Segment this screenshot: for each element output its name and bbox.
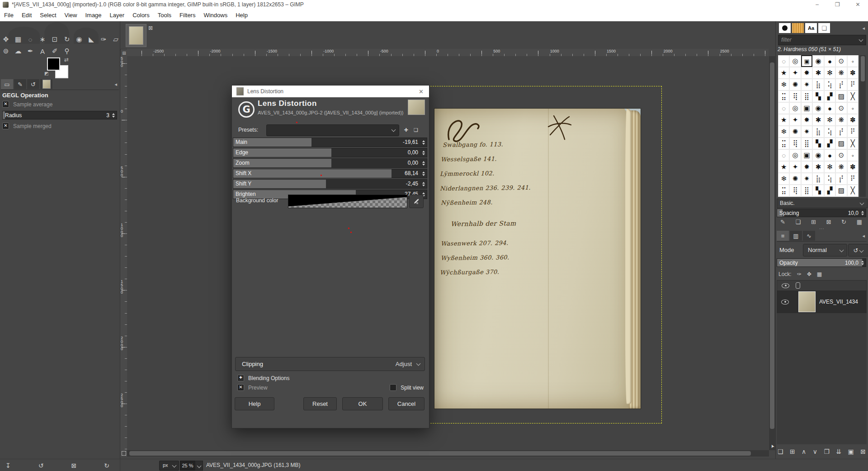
brush-cell[interactable]: ⣿ (801, 138, 812, 149)
menu-colors[interactable]: Colors (128, 9, 154, 21)
brush-scrollbar-thumb[interactable] (861, 56, 865, 81)
smudge-tool[interactable]: ☁ (14, 47, 23, 56)
brush-cell[interactable]: ▨ (835, 185, 847, 196)
shift-y-slider[interactable]: Shift Y-2,45 (233, 179, 427, 189)
brush-cell[interactable]: ✺ (789, 79, 801, 90)
brush-cell[interactable]: ⣭ (778, 138, 789, 149)
spacing-spinner[interactable] (859, 209, 865, 217)
brush-cell[interactable]: ⊙ (835, 55, 847, 67)
brush-cell[interactable]: ⢵ (824, 79, 835, 90)
dialog-titlebar[interactable]: Lens Distortion ✕ (232, 86, 429, 97)
brush-cell[interactable]: ◌ (778, 102, 789, 114)
restore-button[interactable]: ❐ (827, 0, 848, 9)
brush-cell[interactable]: ✦ (789, 114, 801, 126)
edge-spinner[interactable] (420, 148, 426, 157)
eraser-tool[interactable]: ▱ (111, 35, 120, 44)
brush-cell[interactable]: ⡞ (835, 79, 847, 90)
new-layer-icon[interactable]: ❏ (778, 448, 783, 455)
brush-cell[interactable]: ⣭ (778, 185, 789, 196)
save-icon[interactable]: ↧ (5, 462, 11, 469)
zoom-tool[interactable]: ⚲ (62, 47, 71, 56)
brush-cell[interactable]: ⠟ (847, 173, 859, 185)
collapse-dock-icon[interactable]: ◂ (114, 81, 119, 87)
fuzzy-select-tool[interactable]: ∗ (38, 35, 47, 44)
brush-cell[interactable]: ╳ (847, 185, 859, 196)
brush-cell[interactable]: ◎ (789, 102, 801, 114)
brush-cell[interactable]: ◦ (847, 149, 859, 161)
brush-cell[interactable]: ▣ (801, 149, 812, 161)
brush-cell[interactable]: ● (824, 149, 835, 161)
minimize-button[interactable]: – (807, 0, 827, 9)
brush-scrollbar[interactable] (860, 55, 866, 197)
menu-select[interactable]: Select (36, 9, 60, 21)
brush-cell[interactable]: ◎ (789, 55, 801, 67)
menu-image[interactable]: Image (81, 9, 105, 21)
edge-slider[interactable]: Edge0,00 (233, 148, 427, 157)
dock-tab-layers[interactable]: ≡ (777, 231, 789, 241)
brush-cell[interactable]: ✷ (801, 126, 812, 138)
blending-options-expander[interactable]: ✚ Blending Options (237, 375, 289, 381)
canvas[interactable]: Swalbgang fo. 113.Wesselsgaße 141.Lÿmmer… (127, 56, 769, 450)
clone-tool[interactable]: ⊚ (1, 47, 10, 56)
navigation-button[interactable]: ➤ (769, 442, 775, 450)
brush-cell[interactable]: ✦ (789, 67, 801, 79)
brush-cell[interactable]: ◦ (847, 55, 859, 67)
dock-tab-undo-history[interactable]: ↺ (27, 79, 39, 89)
shift-y-spinner[interactable] (420, 180, 426, 188)
edit-brush-icon[interactable]: ✎ (780, 219, 785, 225)
brush-filter-input[interactable]: filter (778, 35, 866, 45)
close-tab-icon[interactable]: ⊠ (148, 25, 153, 31)
ink-tool[interactable]: ✒ (26, 47, 35, 56)
brush-cell[interactable]: ★ (778, 67, 789, 79)
layer-row[interactable]: AVES_VII_1434 (777, 290, 867, 313)
help-button[interactable]: Help (235, 397, 274, 410)
brush-cell[interactable]: ◌ (778, 149, 789, 161)
brush-cell[interactable]: ▞ (824, 90, 835, 102)
refresh-brushes-icon[interactable]: ↻ (841, 219, 846, 225)
background-color-button[interactable] (288, 195, 407, 208)
brush-cell[interactable]: ▨ (835, 90, 847, 102)
brush-cell[interactable]: ❄ (778, 79, 789, 90)
brush-cell[interactable]: ⣭ (778, 90, 789, 102)
brush-cell[interactable]: ✽ (847, 161, 859, 173)
shift-x-spinner[interactable] (420, 169, 426, 178)
dock-tab-patterns[interactable] (792, 23, 804, 33)
delete-icon[interactable]: ⊠ (71, 462, 77, 469)
menu-help[interactable]: Help (231, 9, 252, 21)
duplicate-brush-icon[interactable]: ⊞ (811, 219, 816, 225)
brush-cell[interactable]: ❋ (835, 114, 847, 126)
brush-cell[interactable]: ● (824, 55, 835, 67)
dock-tab-tool-options[interactable]: ▭ (1, 79, 13, 89)
presets-combo[interactable] (266, 124, 399, 136)
brush-cell[interactable]: ⣿ (801, 90, 812, 102)
brush-cell[interactable]: ▚ (812, 90, 824, 102)
opacity-slider[interactable]: Opacity 100,0 (777, 258, 866, 267)
main-spinner[interactable] (420, 138, 426, 147)
dock-tab-brushes[interactable] (779, 23, 791, 33)
raise-layer-icon[interactable]: ∧ (802, 448, 806, 455)
warp-transform-tool[interactable]: ◉ (75, 35, 84, 44)
lock-position-icon[interactable]: ✥ (807, 271, 811, 277)
split-view-checkbox[interactable] (390, 384, 396, 391)
brush-cell[interactable]: ❄ (778, 126, 789, 138)
menu-layer[interactable]: Layer (106, 9, 129, 21)
brush-cell[interactable]: ✽ (847, 67, 859, 79)
brush-cell[interactable]: ❄ (778, 173, 789, 185)
brush-cell[interactable]: ◉ (812, 55, 824, 67)
dock-tab-image-tab-thumb[interactable] (40, 79, 52, 89)
free-select-tool[interactable]: ◌ (26, 35, 35, 44)
layer-visibility-icon[interactable] (781, 300, 789, 304)
main-slider[interactable]: Main-19,61 (233, 138, 427, 147)
menu-windows[interactable]: Windows (199, 9, 231, 21)
vertical-scrollbar-thumb[interactable] (770, 62, 774, 429)
delete-layer-icon[interactable]: ⊠ (860, 448, 866, 455)
open-brush-icon[interactable]: ▦ (857, 219, 862, 225)
new-group-icon[interactable]: ⊞ (790, 448, 795, 455)
dock-tab-fonts[interactable]: Aa (805, 23, 817, 33)
default-colors-icon[interactable]: ◩ (44, 71, 48, 76)
radius-slider[interactable]: Radius 3 (2, 111, 117, 119)
shift-x-slider[interactable]: Shift X68,14 (233, 169, 427, 178)
image-tab[interactable] (126, 24, 146, 47)
brush-cell[interactable]: ▚ (812, 185, 824, 196)
foreground-color-swatch[interactable] (47, 57, 60, 71)
